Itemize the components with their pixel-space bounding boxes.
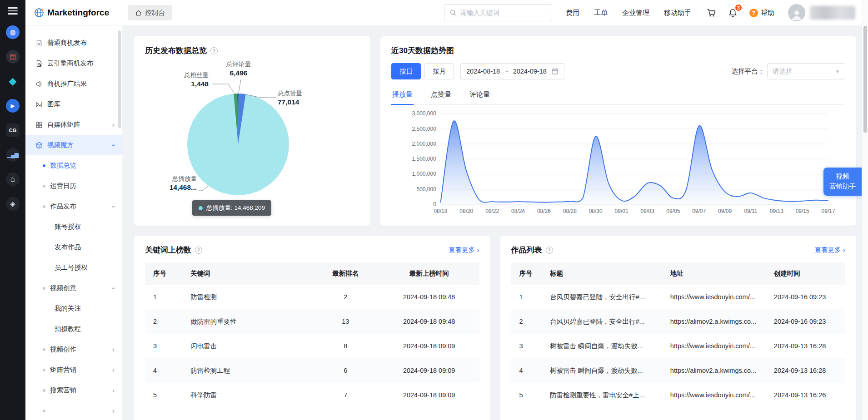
info-icon[interactable]: ? — [546, 247, 553, 254]
table-cell: 3 — [511, 334, 545, 358]
column-header: 最新上榜时间 — [379, 262, 479, 285]
menu-icon[interactable] — [8, 7, 18, 15]
by-month-button[interactable]: 按月 — [424, 63, 454, 79]
help-label: 帮助 — [761, 9, 774, 17]
console-button[interactable]: 控制台 — [128, 5, 172, 20]
library-icon[interactable]: ▤ — [6, 50, 20, 64]
avatar[interactable] — [788, 4, 805, 21]
date-start[interactable]: 2024-08-18 — [466, 68, 500, 75]
link-cell[interactable]: 闪电雷击 — [185, 334, 312, 358]
table-cell: 树被雷击 瞬间自爆，渡劫失败... — [544, 334, 665, 358]
keyword-more-link[interactable]: 查看更多› — [449, 246, 479, 254]
sidebar-item[interactable]: 数据总览 — [25, 155, 122, 176]
works-more-link[interactable]: 查看更多› — [815, 246, 845, 254]
column-header: 创建时间 — [768, 262, 845, 285]
link-cell[interactable]: https://www.iesdouyin.com/... — [665, 383, 768, 407]
cg-app-icon[interactable]: CG — [6, 124, 20, 137]
table-row: 3树被雷击 瞬间自爆，渡劫失败...https://www.iesdouyin.… — [511, 334, 846, 358]
sidebar-item[interactable]: 我的关注 — [25, 298, 122, 319]
table-row: 5科学防雷72024-09-18 09:09 — [145, 383, 479, 407]
media-play-icon[interactable]: ▶ — [6, 99, 20, 113]
svg-text:09/15: 09/15 — [796, 208, 809, 214]
docx-icon — [35, 60, 43, 67]
table-row: 4防雷检测工程62024-09-18 09:09 — [145, 358, 479, 383]
date-end[interactable]: 2024-09-18 — [513, 68, 547, 75]
nav-tickets[interactable]: 工单 — [594, 9, 608, 17]
sidebar-item[interactable]: 视频创意› — [25, 278, 122, 298]
cart-icon[interactable] — [707, 8, 716, 18]
sidebar-item[interactable]: 搜索营销› — [25, 380, 122, 400]
scrollbar-thumb[interactable] — [863, 26, 867, 133]
sidebar-item-label: 搜索营销 — [50, 386, 76, 395]
page-scrollbar[interactable] — [862, 0, 868, 420]
link-cell[interactable]: https://www.iesdouyin.com/... — [665, 285, 768, 309]
bell-icon[interactable]: 3 — [728, 8, 738, 18]
svg-text:08/26: 08/26 — [537, 208, 551, 214]
sidebar-item[interactable]: 作品发布› — [25, 196, 122, 217]
link-cell[interactable]: 防雷检测工程 — [185, 358, 312, 383]
by-day-button[interactable]: 按日 — [391, 63, 421, 79]
nav-enterprise[interactable]: 企业管理 — [622, 9, 649, 17]
trend-chart[interactable]: 0500,0001,000,0001,500,0002,000,0002,500… — [391, 109, 845, 217]
table-cell: 13 — [312, 309, 379, 334]
sidebar-item[interactable]: 普通商机发布 — [25, 33, 122, 53]
chevron-right-icon: › — [112, 407, 115, 415]
info-icon[interactable]: ? — [210, 47, 218, 54]
sidebar-item[interactable]: 员工号授权 — [25, 257, 122, 278]
sidebar-item-label: 矩阵营销 — [50, 366, 76, 374]
sidebar-item[interactable]: 图库 — [25, 94, 122, 114]
diamond-logo-icon[interactable]: ◆ — [6, 74, 20, 88]
sidebar-item[interactable]: 发布作品 — [25, 237, 122, 257]
table-cell: 2 — [312, 285, 379, 309]
card-title: 历史发布数据总览 ? — [145, 45, 218, 56]
chevron-right-icon: › — [112, 366, 115, 374]
video-marketing-assistant-tab[interactable]: 视频 营销助手 — [823, 168, 862, 196]
sidebar-item[interactable]: 自媒体矩阵› — [25, 114, 122, 135]
sidebar-item[interactable]: 账号授权 — [25, 217, 122, 237]
sidebar-item[interactable]: 矩阵营销› — [25, 360, 122, 380]
help-button[interactable]: ? 帮助 — [749, 9, 774, 17]
search-input[interactable] — [460, 9, 546, 16]
home-app-icon[interactable]: ⌂ — [6, 173, 20, 186]
callout-fans: 总粉丝量 1,448 — [155, 71, 209, 89]
customer-service-icon[interactable]: ◍ — [6, 25, 20, 39]
sidebar-scrollbar[interactable] — [118, 30, 121, 128]
tab-播放量[interactable]: 播放量 — [391, 86, 414, 105]
sidebar-item[interactable]: 视频魔方› — [25, 135, 122, 155]
table-row: 4树被雷击 瞬间自爆，渡劫失败...https://alimov2.a.kwim… — [511, 358, 846, 383]
svg-text:08/22: 08/22 — [485, 208, 499, 214]
sidebar-item[interactable] — [25, 26, 122, 33]
question-icon: ? — [749, 9, 758, 17]
bullet-dot — [43, 164, 45, 167]
link-cell[interactable]: https://alimov2.a.kwimgs.co... — [665, 358, 768, 383]
brand-logo[interactable]: Marketingforce — [34, 7, 109, 18]
table-cell: 2 — [145, 309, 185, 334]
tag-app-icon[interactable]: ◈ — [6, 197, 20, 211]
search-box[interactable] — [444, 4, 552, 21]
sidebar-item[interactable]: 拍摄教程 — [25, 319, 122, 339]
link-cell[interactable]: 防雷检测 — [185, 285, 312, 309]
info-icon[interactable]: ? — [195, 247, 202, 254]
sidebar-item[interactable]: 视频创作› — [25, 339, 122, 360]
link-cell[interactable]: https://alimov2.a.kwimgs.co... — [665, 309, 768, 334]
analytics-icon[interactable]: ▁▄▆ — [6, 148, 20, 162]
platform-select[interactable]: 请选择 ▼ — [767, 63, 845, 79]
nav-fees[interactable]: 费用 — [566, 9, 579, 17]
tab-评论量[interactable]: 评论量 — [469, 86, 491, 105]
date-range-picker[interactable]: 2024-08-18 ~ 2024-09-18 — [460, 63, 564, 79]
date-separator: ~ — [504, 68, 508, 75]
link-cell[interactable]: https://www.iesdouyin.com/... — [665, 334, 768, 358]
sidebar-item[interactable]: 云引擎商机发布 — [25, 53, 122, 74]
sidebar-item[interactable]: › — [25, 400, 122, 420]
table-cell: 树被雷击 瞬间自爆，渡劫失败... — [544, 358, 665, 383]
link-cell[interactable]: 做防雷的重要性 — [185, 309, 312, 334]
chevron-down-icon: › — [110, 287, 117, 289]
sidebar-item[interactable]: 商机推广结果 — [25, 74, 122, 94]
tab-点赞量[interactable]: 点赞量 — [430, 86, 452, 105]
svg-text:08/28: 08/28 — [563, 208, 577, 214]
link-cell[interactable]: 科学防雷 — [185, 383, 312, 407]
keyword-rank-card: 关键词上榜数 ? 查看更多› 序号关键词最新排名最新上榜时间 1防雷检测2202… — [134, 236, 490, 420]
sidebar-item[interactable]: 运营日历 — [25, 176, 122, 196]
nav-mobile-assistant[interactable]: 移动助手 — [664, 9, 691, 17]
sidebar-item-label: 视频魔方 — [47, 141, 74, 149]
